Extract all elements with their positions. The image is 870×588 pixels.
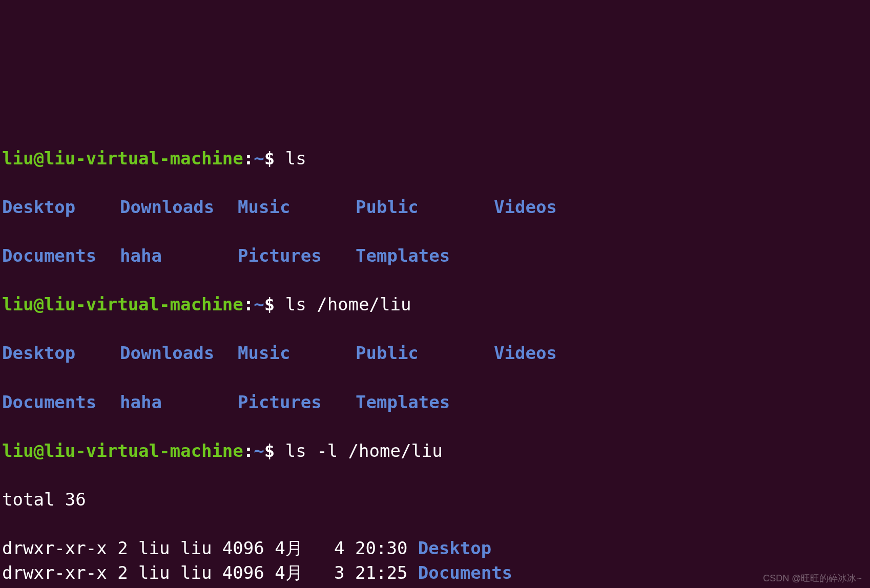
dir-entry: Templates: [356, 244, 494, 268]
ls-l-row: drwxr-xr-x 2 liu liu 4096 4月 3 21:25 Doc…: [2, 561, 868, 585]
dir-entry: Downloads: [120, 195, 238, 220]
ls-l-meta: drwxr-xr-x 2 liu liu 4096 4月 3 21:25: [2, 562, 418, 583]
terminal[interactable]: liu@liu-virtual-machine:~$ ls DesktopDow…: [0, 122, 870, 588]
command-text: ls /home/liu: [285, 294, 411, 314]
prompt-path: ~: [254, 148, 264, 169]
prompt-symbol: $: [264, 440, 275, 461]
dir-entry: Templates: [356, 390, 494, 415]
dir-entry: Pictures: [238, 390, 356, 415]
ls-l-row: drwxr-xr-x 2 liu liu 4096 4月 4 20:30 Des…: [2, 536, 868, 561]
dir-entry: Documents: [2, 390, 120, 415]
prompt-path: ~: [254, 294, 264, 314]
dir-entry: Desktop: [2, 341, 120, 366]
dir-entry: Desktop: [418, 536, 491, 561]
prompt-line-2: liu@liu-virtual-machine:~$ ls /home/liu: [2, 292, 868, 317]
prompt-user: liu@liu-virtual-machine: [2, 440, 243, 461]
command-text: ls -l /home/liu: [285, 440, 443, 461]
ls-output-row: DocumentshahaPicturesTemplates: [2, 390, 868, 415]
dir-entry: Public: [356, 195, 494, 220]
dir-entry: Videos: [494, 341, 557, 366]
dir-entry: Downloads: [120, 341, 238, 366]
ls-output-row: DesktopDownloadsMusicPublicVideos: [2, 341, 868, 366]
prompt-line-3: liu@liu-virtual-machine:~$ ls -l /home/l…: [2, 439, 868, 464]
dir-entry: Documents: [2, 244, 120, 268]
command-text: ls: [285, 148, 306, 169]
dir-entry: Music: [238, 341, 356, 366]
prompt-path: ~: [254, 440, 264, 461]
prompt-colon: :: [243, 440, 254, 461]
prompt-user: liu@liu-virtual-machine: [2, 294, 243, 314]
dir-entry: haha: [120, 244, 238, 268]
ls-output-row: DesktopDownloadsMusicPublicVideos: [2, 195, 868, 220]
dir-entry: Pictures: [238, 244, 356, 268]
watermark: CSDN @旺旺的碎冰冰~: [763, 572, 862, 585]
ls-output-row: DocumentshahaPicturesTemplates: [2, 244, 868, 268]
ls-l-row: drwxr-xr-x 2 liu liu 4096 4月 3 21:25 Dow…: [2, 585, 868, 588]
dir-entry: Videos: [494, 195, 557, 220]
ls-l-output: drwxr-xr-x 2 liu liu 4096 4月 4 20:30 Des…: [2, 536, 868, 588]
prompt-line-1: liu@liu-virtual-machine:~$ ls: [2, 146, 868, 171]
dir-entry: Desktop: [2, 195, 120, 220]
dir-entry: Documents: [418, 561, 512, 585]
ls-l-meta: drwxr-xr-x 2 liu liu 4096 4月 4 20:30: [2, 538, 418, 558]
dir-entry: Public: [356, 341, 494, 366]
dir-entry: haha: [120, 390, 238, 415]
prompt-symbol: $: [264, 294, 275, 314]
prompt-colon: :: [243, 148, 254, 169]
dir-entry: Downloads: [418, 585, 512, 588]
ls-l-total: total 36: [2, 488, 868, 512]
prompt-symbol: $: [264, 148, 275, 169]
prompt-colon: :: [243, 294, 254, 314]
dir-entry: Music: [238, 195, 356, 220]
prompt-user: liu@liu-virtual-machine: [2, 148, 243, 169]
